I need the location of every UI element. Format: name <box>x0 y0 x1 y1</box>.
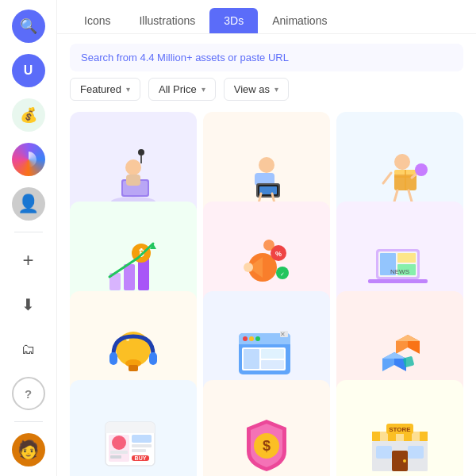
svg-point-7 <box>259 157 274 173</box>
svg-rect-85 <box>372 432 380 441</box>
svg-rect-78 <box>132 444 152 447</box>
sidebar-add-button[interactable]: + <box>12 244 45 277</box>
svg-text:$: $ <box>263 438 271 454</box>
svg-text:BUY: BUY <box>135 455 147 461</box>
svg-rect-77 <box>132 435 152 443</box>
coin-icon: 💰 <box>20 106 37 124</box>
sidebar-icon-discover[interactable] <box>12 143 45 176</box>
svg-rect-49 <box>109 352 117 365</box>
asset-image-4: ₿ <box>98 229 169 301</box>
category-tabs: Icons Illustrations 3Ds Animations <box>57 0 476 34</box>
svg-line-22 <box>409 190 412 202</box>
svg-point-32 <box>244 263 253 272</box>
svg-rect-94 <box>376 446 392 459</box>
tab-3ds[interactable]: 3Ds <box>209 8 258 33</box>
main-content: Icons Illustrations 3Ds Animations Searc… <box>57 0 476 476</box>
sidebar-icon-avatar[interactable]: 👤 <box>12 187 45 221</box>
asset-image-6: NEWS <box>364 229 436 301</box>
svg-text:NEWS: NEWS <box>390 268 409 275</box>
svg-point-14 <box>394 154 410 170</box>
filter-featured-label: Featured <box>80 83 121 95</box>
sidebar-icon-user[interactable]: U <box>12 54 45 87</box>
svg-rect-60 <box>261 360 284 369</box>
asset-image-5: % ✓ <box>231 229 302 301</box>
svg-point-97 <box>403 459 406 463</box>
folder-add-icon: 🗂 <box>21 341 36 358</box>
svg-rect-95 <box>408 446 424 459</box>
filter-price[interactable]: All Price ▾ <box>148 78 216 101</box>
download-icon: ⬇ <box>21 295 35 314</box>
filter-featured[interactable]: Featured ▾ <box>70 78 140 101</box>
svg-rect-25 <box>124 264 135 290</box>
asset-image-9 <box>364 319 436 390</box>
filter-bar: Featured ▾ All Price ▾ View as ▾ <box>57 78 476 109</box>
svg-rect-75 <box>110 451 128 454</box>
sidebar-help-button[interactable]: ? <box>12 377 45 410</box>
svg-point-6 <box>138 149 144 155</box>
svg-rect-58 <box>244 349 259 369</box>
svg-rect-72 <box>106 428 155 433</box>
svg-rect-59 <box>261 349 284 359</box>
asset-image-10: BUY <box>98 408 169 476</box>
asset-image-8: ✕ <box>231 319 302 390</box>
asset-grid: ₿ % ✓ <box>57 109 476 476</box>
sidebar-icon-search[interactable]: 🔍 <box>12 10 45 43</box>
tab-animations[interactable]: Animations <box>258 8 341 33</box>
asset-image-11: $ <box>231 408 302 476</box>
filter-view-label: View as <box>234 83 270 95</box>
filter-price-label: All Price <box>159 83 197 95</box>
asset-card-11[interactable]: $ <box>203 380 330 476</box>
sidebar: 🔍 U 💰 👤 + ⬇ 🗂 ? 🧑 <box>0 0 57 476</box>
svg-point-3 <box>125 159 141 175</box>
svg-rect-91 <box>420 432 428 441</box>
chevron-down-icon: ▾ <box>126 85 130 94</box>
search-icon: 🔍 <box>20 17 37 35</box>
svg-text:STORE: STORE <box>389 426 411 433</box>
svg-point-54 <box>243 336 248 341</box>
svg-point-74 <box>112 436 126 450</box>
svg-text:✕: ✕ <box>280 331 286 338</box>
user-icon: U <box>24 63 33 78</box>
svg-rect-43 <box>368 279 428 283</box>
svg-rect-86 <box>380 432 388 441</box>
svg-point-56 <box>255 336 260 341</box>
sidebar-download-button[interactable]: ⬇ <box>12 288 45 321</box>
sidebar-icon-coin[interactable]: 💰 <box>12 98 45 132</box>
chevron-down-icon: ▾ <box>202 85 205 94</box>
help-icon: ? <box>25 387 32 401</box>
avatar-icon: 👤 <box>17 194 39 214</box>
svg-rect-47 <box>129 365 138 371</box>
asset-image-2 <box>231 140 302 211</box>
svg-text:✓: ✓ <box>280 271 285 277</box>
svg-marker-65 <box>396 335 420 341</box>
svg-rect-76 <box>110 455 121 459</box>
svg-point-23 <box>415 163 428 176</box>
svg-rect-50 <box>149 352 157 365</box>
asset-card-10[interactable]: BUY <box>70 380 197 476</box>
sidebar-folder-button[interactable]: 🗂 <box>12 332 45 366</box>
svg-rect-41 <box>397 253 416 263</box>
asset-image-3 <box>364 140 436 211</box>
svg-rect-79 <box>132 449 146 452</box>
chevron-down-icon: ▾ <box>274 85 278 94</box>
tab-icons[interactable]: Icons <box>70 8 125 33</box>
asset-image-7 <box>98 319 169 390</box>
sidebar-divider-2 <box>14 421 43 422</box>
asset-card-12[interactable]: STORE <box>336 380 463 476</box>
svg-rect-4 <box>126 175 140 186</box>
discover-icon <box>21 152 36 167</box>
asset-image-1 <box>98 140 169 211</box>
tab-illustrations[interactable]: Illustrations <box>125 8 209 33</box>
search-bar-text: Search from 4.4 Million+ assets or paste… <box>81 52 289 63</box>
sidebar-divider-1 <box>14 232 43 232</box>
filter-view[interactable]: View as ▾ <box>224 78 289 101</box>
sidebar-profile-button[interactable]: 🧑 <box>12 433 45 466</box>
profile-avatar-icon: 🧑 <box>17 440 39 460</box>
search-bar[interactable]: Search from 4.4 Million+ assets or paste… <box>70 44 463 71</box>
svg-point-37 <box>263 240 274 251</box>
svg-rect-90 <box>412 432 420 441</box>
plus-icon: + <box>22 249 33 271</box>
svg-line-21 <box>394 190 397 202</box>
svg-marker-68 <box>382 352 406 359</box>
svg-text:%: % <box>275 250 282 258</box>
